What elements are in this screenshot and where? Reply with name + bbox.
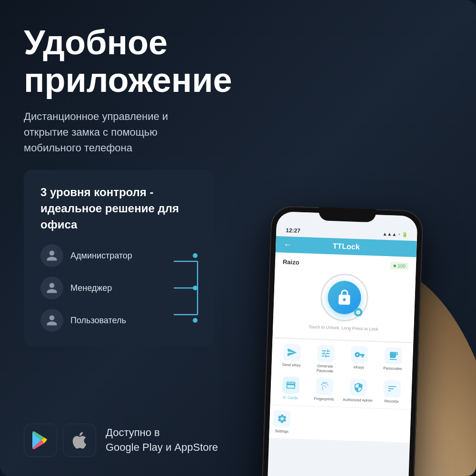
grid-send-ekey[interactable]: Send eKey (275, 343, 308, 372)
admin-icon (46, 249, 58, 262)
grid-passcodes[interactable]: Passcodes (377, 347, 409, 376)
generate-passcode-icon (317, 345, 334, 363)
auth-admin-icon-box (349, 379, 367, 397)
fingerprints-icon-box (316, 378, 333, 396)
passcodes-svg-icon (387, 351, 398, 362)
user-label: Пользователь (70, 316, 126, 326)
phone-notch (318, 207, 376, 222)
grid-records[interactable]: Records (376, 380, 408, 405)
lock-small-icon (356, 310, 360, 315)
auth-admin-label: Authorized Admin (343, 398, 373, 404)
ic-cards-label: IC Cards (283, 396, 298, 401)
status-time: 12:27 (286, 227, 300, 234)
lock-action-dot (354, 308, 363, 317)
fingerprint-icon (319, 381, 330, 392)
settings-icon-box (273, 410, 291, 427)
records-icon-box (383, 380, 401, 398)
send-ekey-icon (283, 344, 300, 361)
device-name: Raizo (283, 258, 299, 266)
bracket-connector (174, 250, 202, 326)
lock-icon (336, 289, 353, 307)
app-title: TTLock (333, 242, 360, 252)
grid-ic-cards[interactable]: IC Cards (274, 377, 307, 401)
passcode-gen-icon (320, 348, 331, 359)
ic-cards-icon-box (282, 377, 299, 394)
battery-level: ■ 100 (390, 262, 408, 270)
admin-avatar (40, 244, 63, 267)
user-avatar (40, 309, 63, 332)
passcodes-icon (384, 347, 402, 365)
appstore-icon (69, 430, 89, 450)
app-grid-row1: Send eKey Generate Passcode (271, 338, 414, 381)
control-title: 3 уровня контроля - идеальное решение дл… (40, 184, 198, 232)
page-container: Удобное приложение Дистанционное управле… (0, 0, 476, 476)
manager-label: Менеджер (70, 283, 112, 293)
control-box: 3 уровня контроля - идеальное решение дл… (24, 170, 214, 346)
fingerprints-label: Fingerprints (314, 397, 334, 402)
phone-screen: 12:27 ▲▲▲ ⋅ 🔋 ← TTLock (267, 211, 417, 476)
settings-row: Settings (269, 405, 411, 443)
records-label: Records (384, 399, 398, 405)
signal-icon: ▲▲▲ (382, 231, 397, 237)
left-panel: 3 уровня контроля - идеальное решение дл… (24, 170, 252, 414)
settings-label: Settings (275, 429, 288, 434)
status-icons: ▲▲▲ ⋅ 🔋 (382, 231, 407, 238)
settings-icon (277, 413, 288, 424)
user-icon (46, 314, 58, 327)
records-icon (387, 384, 397, 395)
store-text: Доступно в Google Play и AppStore (106, 426, 218, 455)
grid-generate-passcode[interactable]: Generate Passcode (309, 345, 342, 374)
wifi-icon: ⋅ (398, 232, 400, 237)
passcodes-label: Passcodes (383, 366, 402, 371)
ekeys-icon (350, 346, 368, 364)
roles-container: Администратор Менеджер (40, 244, 198, 332)
grid-ekeys[interactable]: eKeys (343, 346, 376, 375)
phone-outer: 12:27 ▲▲▲ ⋅ 🔋 ← TTLock (261, 206, 424, 476)
auth-admin-icon (353, 382, 364, 393)
store-text-line1: Доступно в (106, 426, 218, 440)
app-grid-row2: IC Cards Fingerprints (270, 376, 412, 409)
card-icon (285, 380, 296, 391)
admin-label: Администратор (70, 251, 132, 261)
ekeys-label: eKeys (354, 365, 365, 370)
subtitle-text: Дистанционное управление и открытие замк… (24, 109, 205, 156)
content-area: 3 уровня контроля - идеальное решение дл… (24, 170, 452, 414)
grid-fingerprints[interactable]: Fingerprints (308, 377, 341, 402)
send-ekey-label: Send eKey (282, 363, 300, 368)
lock-area: Raizo ■ 100 (273, 252, 416, 342)
back-button[interactable]: ← (283, 239, 292, 250)
phone-mockup: 12:27 ▲▲▲ ⋅ 🔋 ← TTLock (261, 206, 424, 476)
grid-settings[interactable]: Settings (273, 410, 291, 434)
google-play-icon (30, 430, 50, 450)
store-badges (24, 424, 96, 457)
main-title: Удобное приложение (24, 24, 271, 99)
right-panel: 12:27 ▲▲▲ ⋅ 🔋 ← TTLock (219, 132, 466, 476)
manager-icon (46, 282, 58, 294)
unlock-hint: Touch to Unlock, Long Press to Lock (308, 325, 378, 332)
lock-circle[interactable] (320, 273, 369, 322)
google-play-badge[interactable] (24, 424, 57, 457)
grid-authorized-admin[interactable]: Authorized Admin (342, 379, 375, 404)
key-icon (354, 349, 365, 360)
battery-icon: 🔋 (402, 232, 407, 237)
generate-passcode-label: Generate Passcode (309, 364, 341, 374)
manager-avatar (40, 277, 63, 299)
appstore-badge[interactable] (63, 424, 96, 457)
device-name-row: Raizo ■ 100 (283, 258, 408, 270)
store-text-line2: Google Play и AppStore (106, 440, 218, 455)
send-icon (287, 347, 298, 358)
